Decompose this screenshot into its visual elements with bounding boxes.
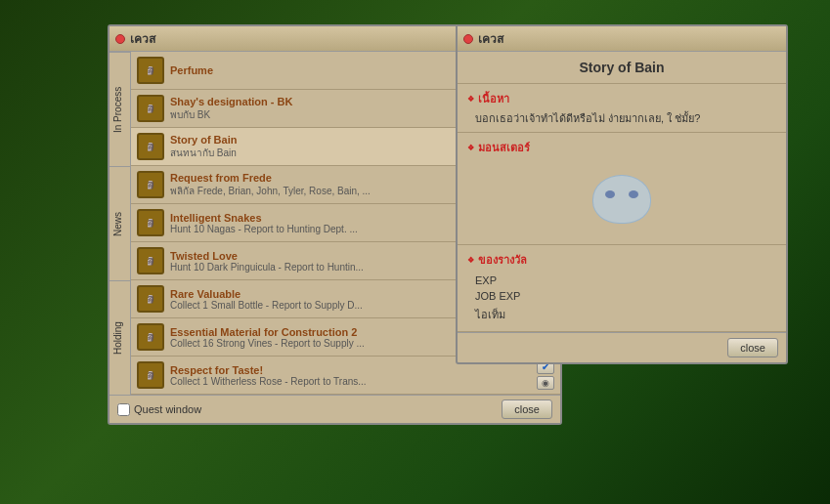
npc-face: 🗿 [146,105,155,113]
quest-icon: 🗿 [137,57,164,84]
left-panel-title: เควส [130,29,155,48]
rewards-header: ของรางวัล [467,251,776,269]
slime-area [467,160,776,238]
right-quest-panel: เควส Story of Bain เนื้อหา บอกเธอว่าเจ้า… [456,24,788,364]
detail-title: Story of Bain [458,52,786,84]
tab-in-process[interactable]: In Process [109,52,130,166]
reward-exp: EXP [467,273,776,288]
quest-actions: ✔ ◉ [537,360,554,390]
quest-window-label: Quest window [134,403,201,415]
right-panel-titlebar: เควส [458,26,786,52]
monster-section: มอนสเตอร์ [458,133,786,245]
quest-icon: 🗿 [137,95,164,122]
tab-news[interactable]: News [109,166,130,280]
npc-face: 🗿 [146,143,155,151]
slime-mascot [592,175,651,224]
monster-header: มอนสเตอร์ [467,139,776,156]
story-header: เนื้อหา [467,90,776,107]
quest-info: Respect for Taste! Collect 1 Witherless … [170,364,531,387]
rewards-section: ของรางวัล EXP JOB EXP ไอเท็ม [458,245,786,332]
npc-face: 🗿 [146,371,155,380]
left-bottom-bar: Quest window close [109,395,560,423]
npc-face: 🗿 [146,295,155,304]
quest-icon: 🗿 [137,285,164,313]
side-tabs: In Process News Holding [109,52,131,395]
npc-face: 🗿 [146,181,155,189]
quest-icon: 🗿 [137,247,164,274]
quest-icon: 🗿 [137,323,164,351]
quest-desc: Collect 1 Witherless Rose - Report to Tr… [170,376,531,387]
right-close-button[interactable]: close [727,338,778,357]
right-panel-title: เควส [478,29,503,48]
quest-window-checkbox[interactable] [117,403,130,416]
tab-holding[interactable]: Holding [109,280,130,395]
left-title-dot [115,34,125,44]
left-close-button[interactable]: close [502,399,552,419]
story-section: เนื้อหา บอกเธอว่าเจ้าทำได้ดีหรือไม่ ง่าย… [458,84,786,133]
npc-face: 🗿 [146,219,155,228]
quest-name: Respect for Taste! [170,364,531,376]
story-text: บอกเธอว่าเจ้าทำได้ดีหรือไม่ ง่ายมากเลย, … [467,111,776,126]
npc-face: 🗿 [146,66,155,75]
eye-icon: ◉ [542,378,549,388]
quest-icon: 🗿 [137,361,164,389]
right-panel-body: Story of Bain เนื้อหา บอกเธอว่าเจ้าทำได้… [458,52,786,332]
quest-icon: 🗿 [137,171,164,198]
quest-icon: 🗿 [137,209,164,236]
reward-job-exp: JOB EXP [467,288,776,304]
quest-icon: 🗿 [137,133,164,160]
reward-item: ไอเท็ม [467,304,776,325]
npc-face: 🗿 [146,257,155,266]
quest-window-check: Quest window [117,403,201,416]
npc-face: 🗿 [146,333,155,342]
quest-eye-btn[interactable]: ◉ [537,376,554,390]
right-bottom-bar: close [458,332,786,362]
right-title-dot [463,34,473,44]
